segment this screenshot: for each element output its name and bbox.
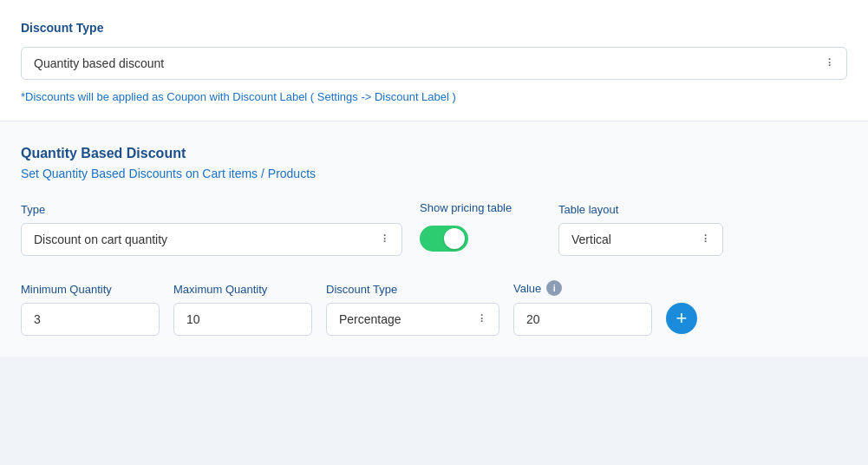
- pricing-table-toggle-wrapper: [420, 221, 541, 256]
- max-quantity-field-group: Maximum Quantity: [173, 283, 312, 336]
- max-quantity-input[interactable]: [173, 303, 312, 336]
- toggle-slider: [420, 226, 468, 252]
- type-label: Type: [21, 203, 402, 216]
- min-quantity-input[interactable]: [21, 303, 160, 336]
- pricing-table-field-group: Show pricing table: [420, 201, 541, 256]
- fields-row-1: Type Discount on cart quantity Discount …: [21, 201, 847, 256]
- value-field-group: Value i: [513, 280, 652, 336]
- discount-note: *Discounts will be applied as Coupon wit…: [21, 90, 847, 103]
- add-row-button[interactable]: +: [666, 303, 697, 334]
- min-quantity-label: Minimum Quantity: [21, 283, 160, 296]
- info-icon[interactable]: i: [546, 280, 562, 296]
- discount-type-row2-select[interactable]: Percentage Fixed: [326, 303, 499, 336]
- fields-row-2: Minimum Quantity Maximum Quantity Discou…: [21, 280, 847, 336]
- discount-type-row2-label: Discount Type: [326, 283, 499, 296]
- value-input[interactable]: [513, 303, 652, 336]
- value-label-row: Value i: [513, 280, 652, 296]
- value-label: Value: [513, 282, 541, 295]
- discount-type-row2-field-group: Discount Type Percentage Fixed ⠇: [326, 283, 499, 336]
- pricing-table-toggle[interactable]: [420, 226, 468, 252]
- page-wrapper: Discount Type Quantity based discount Si…: [0, 0, 868, 357]
- type-select[interactable]: Discount on cart quantity Discount on pr…: [21, 223, 402, 256]
- table-layout-label: Table layout: [558, 203, 723, 216]
- table-layout-field-group: Table layout Vertical Horizontal ⠇: [558, 203, 723, 256]
- discount-type-row2-select-wrapper: Percentage Fixed ⠇: [326, 303, 499, 336]
- discount-type-label: Discount Type: [21, 21, 847, 35]
- top-section: Discount Type Quantity based discount Si…: [0, 0, 868, 121]
- discount-type-select[interactable]: Quantity based discount Simple discount …: [21, 47, 847, 80]
- type-select-wrapper: Discount on cart quantity Discount on pr…: [21, 223, 402, 256]
- max-quantity-label: Maximum Quantity: [173, 283, 312, 296]
- min-quantity-field-group: Minimum Quantity: [21, 283, 160, 336]
- type-field-group: Type Discount on cart quantity Discount …: [21, 203, 402, 256]
- table-layout-select[interactable]: Vertical Horizontal: [558, 223, 723, 256]
- quantity-based-discount-title: Quantity Based Discount: [21, 146, 847, 161]
- quantity-based-discount-subtitle: Set Quantity Based Discounts on Cart ite…: [21, 167, 847, 180]
- discount-type-select-wrapper: Quantity based discount Simple discount …: [21, 47, 847, 80]
- table-layout-select-wrapper: Vertical Horizontal ⠇: [558, 223, 723, 256]
- bottom-section: Quantity Based Discount Set Quantity Bas…: [0, 121, 868, 357]
- pricing-table-label: Show pricing table: [420, 201, 541, 214]
